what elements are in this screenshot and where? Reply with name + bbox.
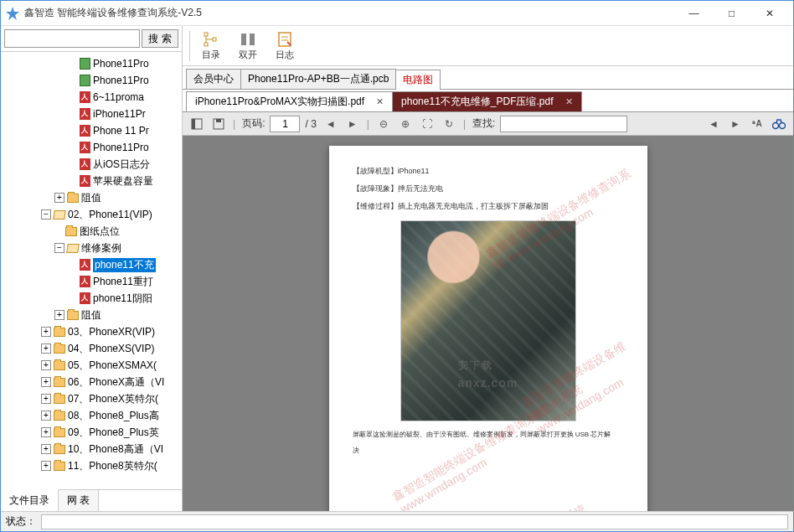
tree-node[interactable]: +阻值 <box>1 307 182 323</box>
svg-rect-12 <box>216 119 221 122</box>
toolbar-directory-button[interactable]: 目录 <box>193 28 229 65</box>
tree-node[interactable]: 人苹果硬盘容量 <box>1 173 182 189</box>
expand-icon[interactable]: + <box>54 310 64 320</box>
tree-node[interactable]: −维修案例 <box>1 240 182 256</box>
tab-file-directory[interactable]: 文件目录 <box>1 489 59 511</box>
tree-label: 苹果硬盘容量 <box>93 174 153 189</box>
tree-node[interactable]: 人Phone11Pro <box>1 139 182 156</box>
collapse-icon[interactable]: − <box>41 209 51 220</box>
tree-node[interactable]: 图纸点位 <box>1 223 182 240</box>
expand-icon[interactable]: + <box>41 343 51 354</box>
tree-node[interactable]: +07、PhoneX英特尔( <box>1 390 182 407</box>
folder-icon <box>53 426 66 438</box>
sub-tab-label: iPhone11Pro&ProMAX实物扫描图.pdf <box>195 95 364 109</box>
pdf-search-input[interactable] <box>500 116 627 132</box>
tree-label: 11、Phone8英特尔( <box>68 459 157 473</box>
tree-node[interactable]: 人从iOS日志分 <box>1 156 182 173</box>
tree-node[interactable]: 人phone11阴阳 <box>1 290 182 307</box>
page-text: 【故障机型】iPhone11 <box>353 166 624 177</box>
tree-node[interactable]: +05、PhoneXSMAX( <box>1 357 182 374</box>
svg-rect-1 <box>204 33 208 36</box>
tree-node[interactable]: 人6~11proma <box>1 89 182 106</box>
tree-node[interactable]: 人Phone11重打 <box>1 273 182 290</box>
close-button[interactable]: ✕ <box>750 2 788 25</box>
folder-icon <box>53 393 66 405</box>
close-tab-icon[interactable]: ✕ <box>376 96 384 107</box>
file-tree[interactable]: Phone11ProPhone11Pro人6~11proma人iPhone11P… <box>1 52 182 489</box>
next-page-icon[interactable]: ► <box>343 115 362 133</box>
tree-node[interactable]: −02、Phone11(VIP) <box>1 206 182 223</box>
rotate-icon[interactable]: ↻ <box>440 115 458 133</box>
toolbar-log-button[interactable]: 日志 <box>267 28 302 65</box>
status-field <box>41 514 788 529</box>
expand-icon[interactable]: + <box>41 427 51 437</box>
sub-tab[interactable]: phone11不充电维修_PDF压缩.pdf✕ <box>392 91 581 111</box>
expand-icon[interactable]: + <box>41 327 51 337</box>
zoom-out-icon[interactable]: ⊖ <box>374 115 393 133</box>
tree-label: 6~11proma <box>93 91 144 103</box>
tree-label: phone11阴阳 <box>93 292 152 306</box>
fit-icon[interactable]: ⛶ <box>418 115 436 133</box>
tree-node[interactable]: Phone11Pro <box>1 55 182 72</box>
tree-node[interactable]: +08、Phone8_Plus高 <box>1 407 182 424</box>
sidebar-toggle-icon[interactable] <box>188 115 206 133</box>
minimize-button[interactable]: — <box>675 2 713 25</box>
tree-label: iPhone11Pr <box>93 108 146 120</box>
tree-node[interactable]: 人phone11不充 <box>1 256 182 273</box>
find-prev-icon[interactable]: ◄ <box>704 115 723 133</box>
toolbar-dual-button[interactable]: 双开 <box>230 28 266 65</box>
tree-node[interactable]: +10、Phone8高通（VI <box>1 441 182 457</box>
tree-label: 从iOS日志分 <box>93 158 150 172</box>
save-icon[interactable] <box>209 115 228 133</box>
sub-tab[interactable]: iPhone11Pro&ProMAX实物扫描图.pdf✕ <box>186 91 393 111</box>
expand-icon[interactable]: + <box>41 360 51 370</box>
status-label: 状态： <box>6 514 36 529</box>
main-toolbar: 目录 双开 日志 <box>183 26 793 66</box>
page-text: 屏蔽罩这捡测是的破裂、由于没有图纸、维修案例新发，同屏蔽罩打开更换 USB 芯片… <box>353 430 624 439</box>
document-viewport[interactable]: 【故障机型】iPhone11 【故障现象】摔后无法充电 【维修过程】插上充电器无… <box>183 136 793 511</box>
pdf-icon: 人 <box>78 259 91 271</box>
tree-node[interactable]: +06、PhoneX高通（VI <box>1 374 182 390</box>
tree-label: 09、Phone8_Plus英 <box>68 426 159 440</box>
binoculars-icon[interactable] <box>770 115 788 133</box>
expand-icon[interactable]: + <box>41 411 51 421</box>
search-button[interactable]: 搜 索 <box>142 29 178 48</box>
tab-net-tables[interactable]: 网 表 <box>59 490 99 511</box>
tree-node[interactable]: +03、PhoneXR(VIP) <box>1 323 182 340</box>
tree-node[interactable]: +阻值 <box>1 189 182 206</box>
maximize-button[interactable]: □ <box>713 2 750 25</box>
tree-label: 图纸点位 <box>80 225 120 239</box>
expand-icon[interactable]: + <box>41 461 51 471</box>
pdf-icon: 人 <box>78 142 91 153</box>
text-size-icon[interactable]: ᵃA <box>748 115 766 133</box>
pdf-icon: 人 <box>78 175 91 187</box>
document-tab[interactable]: Phone11Pro-AP+BB一点通.pcb <box>240 69 396 89</box>
divider <box>189 31 190 61</box>
document-tab[interactable]: 电路图 <box>395 70 441 90</box>
document-tab[interactable]: 会员中心 <box>186 69 241 89</box>
close-tab-icon[interactable]: ✕ <box>565 96 573 107</box>
tree-node[interactable]: +09、Phone8_Plus英 <box>1 424 182 441</box>
prev-page-icon[interactable]: ◄ <box>322 115 340 133</box>
zoom-in-icon[interactable]: ⊕ <box>396 115 415 133</box>
tree-node[interactable]: Phone11Pro <box>1 72 182 89</box>
page-input[interactable] <box>270 116 300 132</box>
find-next-icon[interactable]: ► <box>726 115 745 133</box>
tree-node[interactable]: +04、PhoneXS(VIP) <box>1 340 182 357</box>
content-area: 目录 双开 日志 会员中心Phone11Pro-AP+BB一点通.pcb电路图 … <box>183 26 793 511</box>
svg-point-14 <box>780 122 786 128</box>
collapse-icon[interactable]: − <box>54 243 64 253</box>
tree-node[interactable]: 人Phone 11 Pr <box>1 122 182 139</box>
tree-node[interactable]: +11、Phone8英特尔( <box>1 457 182 474</box>
expand-icon[interactable]: + <box>41 377 51 387</box>
expand-icon[interactable]: + <box>54 193 64 203</box>
folder-icon <box>53 376 66 388</box>
expand-icon[interactable]: + <box>41 444 51 454</box>
expand-icon[interactable]: + <box>41 394 51 404</box>
search-input[interactable] <box>4 29 140 48</box>
pdf-image <box>400 220 576 421</box>
folder-icon <box>53 359 66 371</box>
pdf-icon: 人 <box>78 292 91 304</box>
tree-label: 06、PhoneX高通（VI <box>68 375 164 390</box>
tree-node[interactable]: 人iPhone11Pr <box>1 106 182 122</box>
